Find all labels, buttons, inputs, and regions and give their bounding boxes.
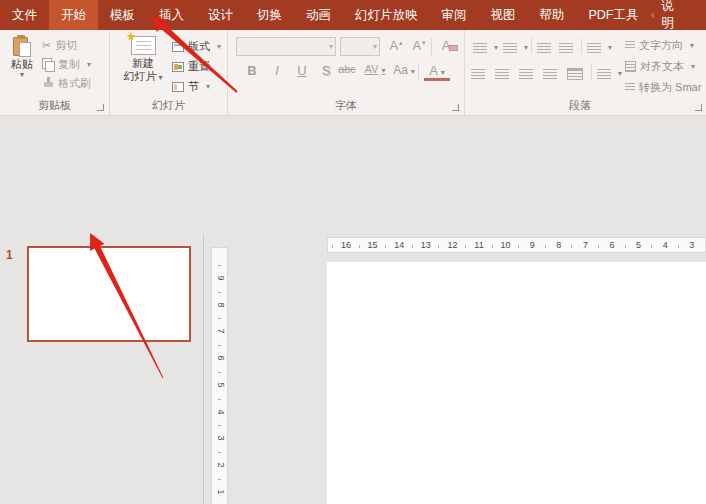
scissors-icon: ✂ xyxy=(42,39,51,52)
text-shadow-button[interactable]: S xyxy=(316,63,336,78)
tab-transitions[interactable]: 切换 xyxy=(245,0,294,30)
distributed-icon xyxy=(567,68,583,80)
tell-me-search[interactable]: 操作说明搜索 xyxy=(651,0,684,30)
layout-button[interactable]: 版式 xyxy=(172,38,221,55)
line-spacing-icon xyxy=(587,43,601,53)
align-right-button[interactable] xyxy=(519,65,533,82)
copy-icon xyxy=(42,58,54,71)
new-slide-icon xyxy=(131,36,156,55)
paste-dropdown-caret: ▾ xyxy=(20,71,24,78)
character-spacing-button[interactable]: AV xyxy=(360,63,390,75)
slide-thumbnail[interactable] xyxy=(27,246,191,342)
distributed-button[interactable] xyxy=(567,65,583,82)
align-text-icon xyxy=(625,61,636,72)
clear-formatting-button[interactable]: A xyxy=(436,38,456,53)
section-icon xyxy=(172,82,184,92)
align-right-icon xyxy=(519,69,533,79)
align-left-icon xyxy=(471,69,485,79)
tab-home[interactable]: 开始 xyxy=(49,0,98,30)
align-left-button[interactable] xyxy=(471,65,485,82)
decrease-indent-button[interactable] xyxy=(537,39,551,56)
justify-button[interactable] xyxy=(543,65,557,82)
vertical-ruler: 9 8 7 6 5 4 3 2 1 0 1 2 3 xyxy=(211,247,228,504)
align-center-icon xyxy=(495,69,509,79)
paragraph-dialog-launcher-icon[interactable] xyxy=(695,104,702,111)
clipboard-dialog-launcher-icon[interactable] xyxy=(97,104,104,111)
powerpoint-window: 文件 开始 模板 插入 设计 切换 动画 幻灯片放映 审阅 视图 帮助 PDF工… xyxy=(0,0,706,504)
tab-design[interactable]: 设计 xyxy=(196,0,245,30)
paragraph-group-label: 段落 xyxy=(465,98,695,113)
font-color-button[interactable]: A xyxy=(424,63,450,81)
sparkle-icon xyxy=(127,32,136,41)
italic-button[interactable]: I xyxy=(267,63,287,78)
copy-button[interactable]: 复制 xyxy=(42,56,91,73)
panel-divider xyxy=(203,234,204,504)
clipboard-group-label: 剪贴板 xyxy=(0,98,109,113)
tab-pdf-tools[interactable]: PDF工具 xyxy=(577,0,651,30)
tab-file[interactable]: 文件 xyxy=(0,0,49,30)
increase-indent-button[interactable] xyxy=(559,39,573,56)
font-name-combobox[interactable] xyxy=(236,37,336,56)
tab-animations[interactable]: 动画 xyxy=(294,0,343,30)
lightbulb-icon xyxy=(651,7,655,24)
group-paragraph: 文字方向 对齐文本 转换为 Smar 段落 xyxy=(465,30,706,115)
align-center-button[interactable] xyxy=(495,65,509,82)
layout-icon xyxy=(172,42,184,52)
smartart-icon xyxy=(625,83,635,92)
align-text-button[interactable]: 对齐文本 xyxy=(625,59,695,74)
font-size-combobox[interactable] xyxy=(340,37,380,56)
text-direction-icon xyxy=(625,41,635,50)
slide-canvas[interactable] xyxy=(327,262,706,504)
increase-indent-icon xyxy=(559,43,573,53)
slide-thumbnail-number: 1 xyxy=(6,248,13,262)
convert-to-smartart-button[interactable]: 转换为 Smar xyxy=(625,80,701,95)
tab-template[interactable]: 模板 xyxy=(98,0,147,30)
tab-insert[interactable]: 插入 xyxy=(147,0,196,30)
group-slides: 新建 幻灯片 ▾ 版式 重置 节 幻灯片 xyxy=(110,30,228,115)
cut-button[interactable]: ✂ 剪切 xyxy=(42,37,77,54)
format-painter-icon xyxy=(42,77,54,90)
bold-button[interactable]: B xyxy=(242,63,262,78)
columns-icon xyxy=(597,69,611,79)
tab-review[interactable]: 审阅 xyxy=(430,0,479,30)
reset-icon xyxy=(172,62,184,72)
format-painter-button[interactable]: 格式刷 xyxy=(42,75,91,92)
horizontal-ruler: 16 15 14 13 12 11 10 9 8 7 6 5 4 3 xyxy=(327,237,706,253)
change-case-button[interactable]: Aa xyxy=(390,63,418,77)
paste-clipboard-icon xyxy=(12,35,32,58)
group-font: A A A B I U S abc AV Aa A 字体 xyxy=(228,30,465,115)
group-clipboard: 粘贴 ▾ ✂ 剪切 复制 格式刷 剪贴板 xyxy=(0,30,110,115)
ribbon: 粘贴 ▾ ✂ 剪切 复制 格式刷 剪贴板 xyxy=(0,30,706,116)
text-direction-button[interactable]: 文字方向 xyxy=(625,38,694,53)
paste-button[interactable]: 粘贴 ▾ xyxy=(6,35,38,78)
numbering-button[interactable] xyxy=(503,39,528,56)
section-button[interactable]: 节 xyxy=(172,78,210,95)
numbered-list-icon xyxy=(503,43,517,53)
justify-icon xyxy=(543,69,557,79)
workspace: 1 9 8 7 6 5 4 3 2 1 0 1 2 3 16 15 14 13 … xyxy=(0,117,706,504)
ribbon-tab-bar: 文件 开始 模板 插入 设计 切换 动画 幻灯片放映 审阅 视图 帮助 PDF工… xyxy=(0,0,706,30)
new-slide-button[interactable]: 新建 幻灯片 ▾ xyxy=(120,36,166,83)
tab-help[interactable]: 帮助 xyxy=(528,0,577,30)
tab-view[interactable]: 视图 xyxy=(479,0,528,30)
columns-button[interactable] xyxy=(597,65,622,82)
font-group-label: 字体 xyxy=(228,98,464,113)
increase-font-size-button[interactable]: A xyxy=(386,38,406,53)
reset-button[interactable]: 重置 xyxy=(172,58,210,75)
slides-group-label: 幻灯片 xyxy=(110,98,227,113)
bulleted-list-icon xyxy=(473,43,487,53)
decrease-font-size-button[interactable]: A xyxy=(409,38,429,53)
tab-slideshow[interactable]: 幻灯片放映 xyxy=(343,0,430,30)
decrease-indent-icon xyxy=(537,43,551,53)
font-dialog-launcher-icon[interactable] xyxy=(452,104,459,111)
strikethrough-button[interactable]: abc xyxy=(334,63,360,75)
line-spacing-button[interactable] xyxy=(587,39,612,56)
bullets-button[interactable] xyxy=(473,39,498,56)
underline-button[interactable]: U xyxy=(292,63,312,78)
